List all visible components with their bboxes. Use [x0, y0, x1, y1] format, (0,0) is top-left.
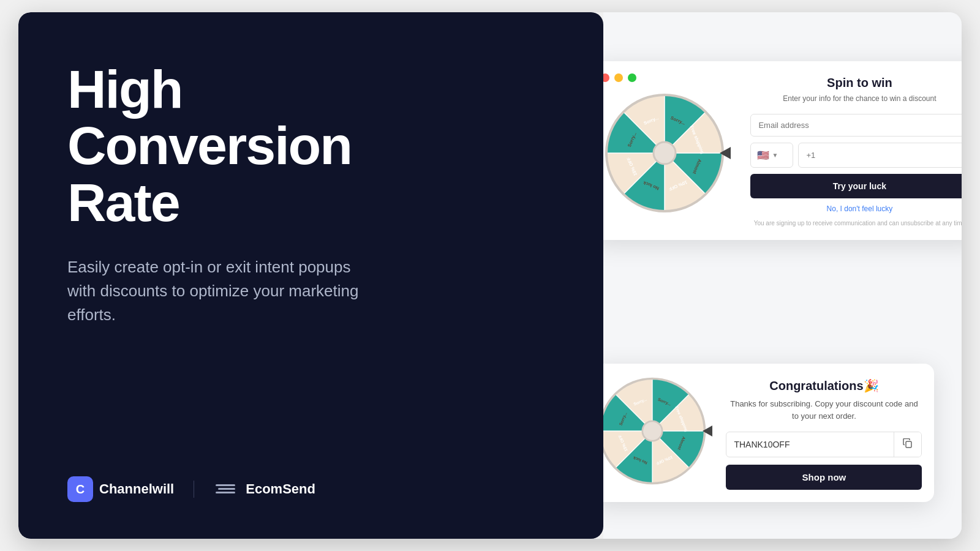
channelwill-icon: C: [67, 476, 93, 502]
ecomsend-brand: EcomSend: [214, 476, 315, 502]
dot-yellow: [614, 73, 623, 82]
ecomsend-label: EcomSend: [246, 481, 315, 497]
congrats-title: Congratulations🎉: [726, 378, 922, 393]
wheel-container-1: Free shipping Almost 10% OFF No luck 15%…: [603, 92, 726, 214]
popup-spin-title: Spin to win: [750, 76, 962, 90]
spin-wheel-2: Free shipping Almost 10% OFF No luck 15%…: [603, 376, 707, 486]
wheel-arrow-2: [703, 425, 712, 437]
brand-logos: C Channelwill EcomSend: [67, 476, 554, 502]
disclaimer-text: You are signing up to receive communicat…: [750, 219, 962, 228]
svg-rect-39: [906, 441, 911, 448]
brand-divider: [194, 481, 194, 498]
main-title: High Conversion Rate: [67, 61, 554, 231]
phone-field[interactable]: [798, 143, 962, 168]
dot-green: [628, 73, 636, 82]
svg-rect-0: [216, 484, 235, 486]
close-button-1[interactable]: ×: [959, 69, 962, 86]
shop-now-button[interactable]: Shop now: [726, 465, 922, 490]
right-panel: Free shipping Almost 10% OFF No luck 15%…: [603, 12, 962, 539]
spin-wheel-1: Free shipping Almost 10% OFF No luck 15%…: [603, 92, 726, 214]
popup-form-1: × Spin to win Enter your info for the ch…: [738, 61, 962, 240]
left-panel: High Conversion Rate Easily create opt-i…: [18, 12, 603, 539]
popup-congratulations: Free shipping Almost 10% OFF No luck 15%…: [603, 364, 934, 502]
svg-point-19: [654, 142, 676, 164]
subtitle-text: Easily create opt-in or exit intent popu…: [67, 255, 374, 327]
phone-row: 🇺🇸 ▼: [750, 143, 962, 168]
popup-spin-to-win: Free shipping Almost 10% OFF No luck 15%…: [603, 61, 962, 240]
wheel-arrow-1: [720, 147, 731, 159]
main-container: High Conversion Rate Easily create opt-i…: [18, 12, 962, 539]
email-field[interactable]: [750, 114, 962, 137]
dot-red: [603, 73, 609, 82]
wheel-container-2: Free shipping Almost 10% OFF No luck 15%…: [603, 376, 707, 486]
congrats-section: Congratulations🎉 Thanks for subscribing.…: [714, 364, 934, 502]
copy-code-button[interactable]: [894, 432, 921, 457]
browser-dots: [603, 73, 646, 92]
popup-spin-subtitle: Enter your info for the chance to win a …: [750, 94, 962, 104]
channelwill-brand: C Channelwill: [67, 476, 174, 502]
wheel-section-2: Free shipping Almost 10% OFF No luck 15%…: [603, 364, 714, 502]
try-luck-button[interactable]: Try your luck: [750, 174, 962, 198]
no-lucky-link[interactable]: No, I don't feel lucky: [750, 204, 962, 213]
congrats-text: Thanks for subscribing. Copy your discou…: [726, 398, 922, 422]
ecomsend-icon: [214, 476, 239, 502]
discount-code-row: THANK10OFF: [726, 432, 922, 457]
channelwill-label: Channelwill: [99, 481, 174, 497]
phone-flag-selector[interactable]: 🇺🇸 ▼: [750, 143, 793, 168]
svg-point-37: [643, 421, 662, 441]
svg-rect-1: [218, 488, 235, 490]
discount-code-display: THANK10OFF: [726, 433, 894, 455]
svg-rect-2: [216, 492, 235, 493]
wheel-section-1: Free shipping Almost 10% OFF No luck 15%…: [603, 61, 738, 240]
